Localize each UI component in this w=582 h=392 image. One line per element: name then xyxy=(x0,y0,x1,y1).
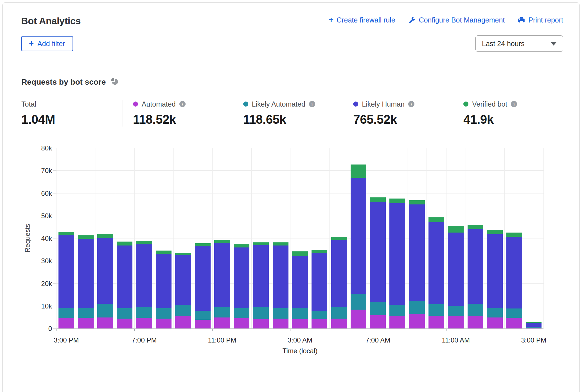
bar-segment-likely-automated[interactable] xyxy=(351,294,366,309)
add-filter-button[interactable]: + Add filter xyxy=(21,36,73,51)
bar-segment-likely-automated[interactable] xyxy=(78,308,94,318)
bar-segment-likely-human[interactable] xyxy=(78,239,94,308)
bar-segment-verified-bot[interactable] xyxy=(389,199,405,203)
bar-segment-automated[interactable] xyxy=(526,328,542,328)
bar-segment-automated[interactable] xyxy=(273,319,288,328)
bar-segment-verified-bot[interactable] xyxy=(351,165,366,178)
bar-segment-likely-automated[interactable] xyxy=(195,311,211,320)
bar-segment-verified-bot[interactable] xyxy=(292,251,308,256)
bar-segment-likely-automated[interactable] xyxy=(506,308,522,318)
bar-segment-verified-bot[interactable] xyxy=(331,237,347,240)
bar-segment-likely-automated[interactable] xyxy=(409,301,425,314)
bar-segment-verified-bot[interactable] xyxy=(428,217,444,222)
bar-segment-likely-automated[interactable] xyxy=(156,308,172,319)
bar-segment-verified-bot[interactable] xyxy=(448,226,464,233)
create-firewall-rule-link[interactable]: + Create firewall rule xyxy=(329,16,395,24)
bar-segment-likely-human[interactable] xyxy=(214,243,230,307)
bar-segment-automated[interactable] xyxy=(117,319,132,328)
bar-segment-likely-human[interactable] xyxy=(331,240,347,307)
bar-segment-automated[interactable] xyxy=(506,318,522,328)
bar-segment-likely-automated[interactable] xyxy=(389,305,405,316)
bar-segment-automated[interactable] xyxy=(136,318,152,328)
bar-segment-likely-automated[interactable] xyxy=(370,302,386,315)
bar-segment-likely-human[interactable] xyxy=(175,255,191,305)
configure-bot-management-link[interactable]: Configure Bot Management xyxy=(408,16,505,24)
bar-segment-likely-automated[interactable] xyxy=(136,307,152,318)
bar-segment-likely-human[interactable] xyxy=(526,323,542,327)
bar-segment-likely-human[interactable] xyxy=(234,247,249,308)
bar-segment-automated[interactable] xyxy=(195,320,211,328)
bar-segment-automated[interactable] xyxy=(214,317,230,328)
bar-segment-automated[interactable] xyxy=(468,316,483,328)
bar-segment-likely-human[interactable] xyxy=(273,245,288,308)
bar-segment-verified-bot[interactable] xyxy=(487,230,503,234)
bar-segment-automated[interactable] xyxy=(409,314,425,328)
bar-segment-automated[interactable] xyxy=(97,317,113,328)
bar-segment-likely-human[interactable] xyxy=(156,254,172,308)
bar-segment-likely-human[interactable] xyxy=(487,234,503,308)
bar-segment-verified-bot[interactable] xyxy=(97,234,113,238)
bar-segment-likely-human[interactable] xyxy=(195,246,211,311)
bar-segment-verified-bot[interactable] xyxy=(273,242,288,245)
info-icon[interactable]: i xyxy=(179,101,186,107)
bar-segment-likely-human[interactable] xyxy=(409,204,425,301)
bar-segment-likely-automated[interactable] xyxy=(526,327,542,328)
bar-segment-likely-automated[interactable] xyxy=(312,311,327,319)
bar-segment-likely-human[interactable] xyxy=(468,229,483,304)
bar-segment-automated[interactable] xyxy=(312,319,327,328)
bar-segment-verified-bot[interactable] xyxy=(195,243,211,246)
bar-segment-automated[interactable] xyxy=(351,310,366,328)
bar-segment-likely-human[interactable] xyxy=(117,245,132,308)
bar-segment-verified-bot[interactable] xyxy=(468,225,483,229)
bar-segment-likely-human[interactable] xyxy=(253,245,269,307)
bar-segment-likely-automated[interactable] xyxy=(117,308,132,319)
bar-segment-likely-human[interactable] xyxy=(292,256,308,308)
bar-segment-verified-bot[interactable] xyxy=(175,253,191,255)
bar-segment-automated[interactable] xyxy=(175,316,191,328)
bar-segment-verified-bot[interactable] xyxy=(526,322,542,323)
bar-segment-likely-human[interactable] xyxy=(428,222,444,304)
bar-segment-automated[interactable] xyxy=(58,318,74,328)
bar-segment-likely-automated[interactable] xyxy=(468,304,483,317)
bar-segment-verified-bot[interactable] xyxy=(78,235,94,239)
bar-segment-likely-human[interactable] xyxy=(136,244,152,307)
bar-segment-verified-bot[interactable] xyxy=(253,242,269,245)
bar-segment-likely-automated[interactable] xyxy=(97,304,113,317)
bar-segment-automated[interactable] xyxy=(389,316,405,328)
bar-segment-likely-automated[interactable] xyxy=(428,304,444,316)
bar-segment-likely-automated[interactable] xyxy=(234,308,249,318)
bar-segment-likely-human[interactable] xyxy=(58,235,74,308)
bar-segment-likely-human[interactable] xyxy=(506,237,522,308)
bar-segment-likely-human[interactable] xyxy=(97,238,113,304)
bar-segment-automated[interactable] xyxy=(428,316,444,328)
bar-segment-likely-human[interactable] xyxy=(351,178,366,294)
bar-segment-verified-bot[interactable] xyxy=(312,250,327,253)
bar-segment-automated[interactable] xyxy=(156,319,172,328)
bar-segment-verified-bot[interactable] xyxy=(117,242,132,245)
bar-segment-automated[interactable] xyxy=(292,319,308,328)
bar-segment-likely-automated[interactable] xyxy=(487,308,503,317)
bar-segment-verified-bot[interactable] xyxy=(214,240,230,243)
bar-segment-likely-automated[interactable] xyxy=(58,308,74,318)
bar-segment-likely-automated[interactable] xyxy=(214,307,230,317)
bar-segment-automated[interactable] xyxy=(487,317,503,328)
bar-segment-verified-bot[interactable] xyxy=(370,197,386,202)
info-icon[interactable]: i xyxy=(408,101,414,107)
bar-segment-likely-automated[interactable] xyxy=(292,308,308,319)
bar-segment-automated[interactable] xyxy=(331,319,347,328)
bar-segment-automated[interactable] xyxy=(448,316,464,328)
info-icon[interactable]: i xyxy=(511,101,517,107)
bar-segment-automated[interactable] xyxy=(234,318,249,328)
bar-segment-verified-bot[interactable] xyxy=(136,241,152,245)
info-icon[interactable]: i xyxy=(309,101,315,107)
bar-segment-verified-bot[interactable] xyxy=(58,232,74,235)
bar-segment-verified-bot[interactable] xyxy=(156,251,172,253)
bar-segment-verified-bot[interactable] xyxy=(409,200,425,204)
bar-segment-likely-automated[interactable] xyxy=(175,305,191,317)
bar-segment-likely-human[interactable] xyxy=(370,202,386,302)
bar-segment-verified-bot[interactable] xyxy=(234,244,249,247)
bar-segment-automated[interactable] xyxy=(78,318,94,328)
bar-segment-automated[interactable] xyxy=(370,315,386,328)
bar-segment-likely-automated[interactable] xyxy=(273,308,288,319)
bar-segment-likely-automated[interactable] xyxy=(331,307,347,319)
